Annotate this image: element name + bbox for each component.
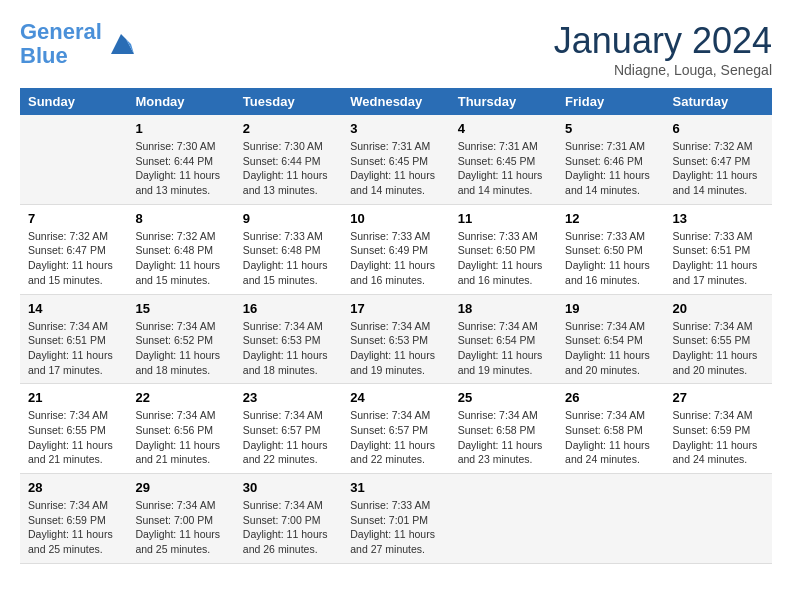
- day-number: 16: [243, 301, 334, 316]
- calendar-cell: 20Sunrise: 7:34 AM Sunset: 6:55 PM Dayli…: [665, 294, 772, 384]
- calendar-cell: [20, 115, 127, 204]
- day-info: Sunrise: 7:33 AM Sunset: 6:51 PM Dayligh…: [673, 229, 764, 288]
- calendar-cell: 19Sunrise: 7:34 AM Sunset: 6:54 PM Dayli…: [557, 294, 664, 384]
- calendar-cell: [450, 474, 557, 564]
- day-number: 18: [458, 301, 549, 316]
- day-info: Sunrise: 7:34 AM Sunset: 6:58 PM Dayligh…: [458, 408, 549, 467]
- calendar-cell: 25Sunrise: 7:34 AM Sunset: 6:58 PM Dayli…: [450, 384, 557, 474]
- calendar-cell: 7Sunrise: 7:32 AM Sunset: 6:47 PM Daylig…: [20, 204, 127, 294]
- day-info: Sunrise: 7:34 AM Sunset: 6:52 PM Dayligh…: [135, 319, 226, 378]
- day-number: 9: [243, 211, 334, 226]
- day-info: Sunrise: 7:34 AM Sunset: 7:00 PM Dayligh…: [135, 498, 226, 557]
- calendar-week-row: 14Sunrise: 7:34 AM Sunset: 6:51 PM Dayli…: [20, 294, 772, 384]
- col-header-monday: Monday: [127, 88, 234, 115]
- subtitle: Ndiagne, Louga, Senegal: [554, 62, 772, 78]
- calendar-week-row: 1Sunrise: 7:30 AM Sunset: 6:44 PM Daylig…: [20, 115, 772, 204]
- day-number: 29: [135, 480, 226, 495]
- calendar-cell: 16Sunrise: 7:34 AM Sunset: 6:53 PM Dayli…: [235, 294, 342, 384]
- day-info: Sunrise: 7:34 AM Sunset: 6:59 PM Dayligh…: [673, 408, 764, 467]
- day-info: Sunrise: 7:34 AM Sunset: 6:58 PM Dayligh…: [565, 408, 656, 467]
- day-info: Sunrise: 7:31 AM Sunset: 6:46 PM Dayligh…: [565, 139, 656, 198]
- day-info: Sunrise: 7:32 AM Sunset: 6:47 PM Dayligh…: [673, 139, 764, 198]
- day-info: Sunrise: 7:33 AM Sunset: 6:50 PM Dayligh…: [565, 229, 656, 288]
- calendar-cell: 2Sunrise: 7:30 AM Sunset: 6:44 PM Daylig…: [235, 115, 342, 204]
- calendar-cell: 6Sunrise: 7:32 AM Sunset: 6:47 PM Daylig…: [665, 115, 772, 204]
- calendar-cell: 30Sunrise: 7:34 AM Sunset: 7:00 PM Dayli…: [235, 474, 342, 564]
- day-info: Sunrise: 7:33 AM Sunset: 7:01 PM Dayligh…: [350, 498, 441, 557]
- day-number: 8: [135, 211, 226, 226]
- calendar-cell: 12Sunrise: 7:33 AM Sunset: 6:50 PM Dayli…: [557, 204, 664, 294]
- day-number: 23: [243, 390, 334, 405]
- col-header-sunday: Sunday: [20, 88, 127, 115]
- calendar-cell: 18Sunrise: 7:34 AM Sunset: 6:54 PM Dayli…: [450, 294, 557, 384]
- month-title: January 2024: [554, 20, 772, 62]
- calendar-week-row: 7Sunrise: 7:32 AM Sunset: 6:47 PM Daylig…: [20, 204, 772, 294]
- calendar-cell: 24Sunrise: 7:34 AM Sunset: 6:57 PM Dayli…: [342, 384, 449, 474]
- col-header-tuesday: Tuesday: [235, 88, 342, 115]
- day-number: 27: [673, 390, 764, 405]
- calendar-cell: 3Sunrise: 7:31 AM Sunset: 6:45 PM Daylig…: [342, 115, 449, 204]
- day-number: 2: [243, 121, 334, 136]
- calendar-cell: 13Sunrise: 7:33 AM Sunset: 6:51 PM Dayli…: [665, 204, 772, 294]
- calendar-cell: 27Sunrise: 7:34 AM Sunset: 6:59 PM Dayli…: [665, 384, 772, 474]
- day-info: Sunrise: 7:33 AM Sunset: 6:50 PM Dayligh…: [458, 229, 549, 288]
- day-info: Sunrise: 7:34 AM Sunset: 6:56 PM Dayligh…: [135, 408, 226, 467]
- day-number: 26: [565, 390, 656, 405]
- col-header-wednesday: Wednesday: [342, 88, 449, 115]
- calendar-week-row: 28Sunrise: 7:34 AM Sunset: 6:59 PM Dayli…: [20, 474, 772, 564]
- calendar-cell: 26Sunrise: 7:34 AM Sunset: 6:58 PM Dayli…: [557, 384, 664, 474]
- day-info: Sunrise: 7:30 AM Sunset: 6:44 PM Dayligh…: [135, 139, 226, 198]
- day-number: 7: [28, 211, 119, 226]
- calendar-cell: [557, 474, 664, 564]
- day-number: 25: [458, 390, 549, 405]
- day-info: Sunrise: 7:34 AM Sunset: 6:59 PM Dayligh…: [28, 498, 119, 557]
- calendar-week-row: 21Sunrise: 7:34 AM Sunset: 6:55 PM Dayli…: [20, 384, 772, 474]
- day-info: Sunrise: 7:30 AM Sunset: 6:44 PM Dayligh…: [243, 139, 334, 198]
- calendar-cell: 29Sunrise: 7:34 AM Sunset: 7:00 PM Dayli…: [127, 474, 234, 564]
- day-number: 1: [135, 121, 226, 136]
- day-info: Sunrise: 7:34 AM Sunset: 6:57 PM Dayligh…: [350, 408, 441, 467]
- day-info: Sunrise: 7:33 AM Sunset: 6:49 PM Dayligh…: [350, 229, 441, 288]
- calendar-cell: 1Sunrise: 7:30 AM Sunset: 6:44 PM Daylig…: [127, 115, 234, 204]
- day-info: Sunrise: 7:34 AM Sunset: 6:54 PM Dayligh…: [458, 319, 549, 378]
- day-info: Sunrise: 7:34 AM Sunset: 6:53 PM Dayligh…: [350, 319, 441, 378]
- day-number: 21: [28, 390, 119, 405]
- calendar-cell: 5Sunrise: 7:31 AM Sunset: 6:46 PM Daylig…: [557, 115, 664, 204]
- day-number: 4: [458, 121, 549, 136]
- calendar-cell: 4Sunrise: 7:31 AM Sunset: 6:45 PM Daylig…: [450, 115, 557, 204]
- day-info: Sunrise: 7:32 AM Sunset: 6:47 PM Dayligh…: [28, 229, 119, 288]
- calendar-cell: 15Sunrise: 7:34 AM Sunset: 6:52 PM Dayli…: [127, 294, 234, 384]
- calendar-cell: 9Sunrise: 7:33 AM Sunset: 6:48 PM Daylig…: [235, 204, 342, 294]
- calendar-cell: 10Sunrise: 7:33 AM Sunset: 6:49 PM Dayli…: [342, 204, 449, 294]
- day-number: 6: [673, 121, 764, 136]
- calendar-cell: 22Sunrise: 7:34 AM Sunset: 6:56 PM Dayli…: [127, 384, 234, 474]
- day-number: 31: [350, 480, 441, 495]
- calendar-cell: [665, 474, 772, 564]
- day-info: Sunrise: 7:34 AM Sunset: 6:55 PM Dayligh…: [673, 319, 764, 378]
- day-info: Sunrise: 7:33 AM Sunset: 6:48 PM Dayligh…: [243, 229, 334, 288]
- col-header-saturday: Saturday: [665, 88, 772, 115]
- day-number: 14: [28, 301, 119, 316]
- col-header-thursday: Thursday: [450, 88, 557, 115]
- day-number: 19: [565, 301, 656, 316]
- logo: GeneralBlue: [20, 20, 136, 68]
- day-number: 13: [673, 211, 764, 226]
- page-header: GeneralBlue January 2024 Ndiagne, Louga,…: [20, 20, 772, 78]
- calendar-cell: 31Sunrise: 7:33 AM Sunset: 7:01 PM Dayli…: [342, 474, 449, 564]
- day-number: 22: [135, 390, 226, 405]
- calendar-cell: 11Sunrise: 7:33 AM Sunset: 6:50 PM Dayli…: [450, 204, 557, 294]
- day-info: Sunrise: 7:34 AM Sunset: 6:51 PM Dayligh…: [28, 319, 119, 378]
- day-number: 11: [458, 211, 549, 226]
- day-number: 12: [565, 211, 656, 226]
- day-number: 24: [350, 390, 441, 405]
- calendar-cell: 8Sunrise: 7:32 AM Sunset: 6:48 PM Daylig…: [127, 204, 234, 294]
- calendar-header-row: SundayMondayTuesdayWednesdayThursdayFrid…: [20, 88, 772, 115]
- day-info: Sunrise: 7:31 AM Sunset: 6:45 PM Dayligh…: [350, 139, 441, 198]
- day-info: Sunrise: 7:34 AM Sunset: 6:55 PM Dayligh…: [28, 408, 119, 467]
- day-info: Sunrise: 7:34 AM Sunset: 7:00 PM Dayligh…: [243, 498, 334, 557]
- day-number: 20: [673, 301, 764, 316]
- calendar-table: SundayMondayTuesdayWednesdayThursdayFrid…: [20, 88, 772, 564]
- logo-icon: [106, 29, 136, 59]
- calendar-cell: 21Sunrise: 7:34 AM Sunset: 6:55 PM Dayli…: [20, 384, 127, 474]
- day-info: Sunrise: 7:34 AM Sunset: 6:57 PM Dayligh…: [243, 408, 334, 467]
